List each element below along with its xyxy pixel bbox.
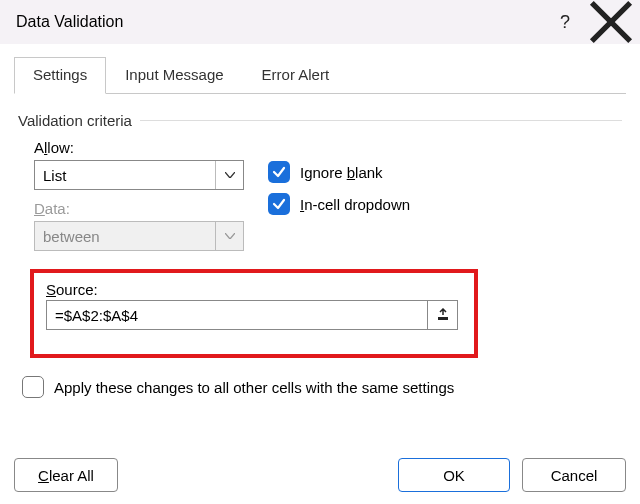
source-label: Source:: [46, 281, 458, 298]
range-selector-icon: [436, 308, 450, 322]
cancel-button[interactable]: Cancel: [522, 458, 626, 492]
validation-criteria-heading: Validation criteria: [18, 112, 622, 129]
data-label: Data:: [34, 200, 248, 217]
tab-settings[interactable]: Settings: [14, 57, 106, 94]
tab-input-message[interactable]: Input Message: [106, 57, 242, 94]
in-cell-dropdown-label: In-cell dropdown: [300, 196, 410, 213]
chevron-down-icon: [215, 222, 243, 250]
chevron-down-icon: [215, 161, 243, 189]
allow-combo[interactable]: List: [34, 160, 244, 190]
titlebar: Data Validation ?: [0, 0, 640, 44]
dialog-footer: Clear All OK Cancel: [14, 458, 626, 492]
checkbox-empty-icon: [22, 376, 44, 398]
allow-label: Allow:: [34, 139, 248, 156]
close-button[interactable]: [588, 0, 634, 44]
tab-error-alert[interactable]: Error Alert: [243, 57, 349, 94]
apply-to-all-checkbox[interactable]: Apply these changes to all other cells w…: [18, 376, 622, 398]
check-icon: [268, 193, 290, 215]
data-combo: between: [34, 221, 244, 251]
check-icon: [268, 161, 290, 183]
apply-to-all-label: Apply these changes to all other cells w…: [54, 379, 454, 396]
dialog-title: Data Validation: [16, 13, 542, 31]
ok-button[interactable]: OK: [398, 458, 510, 492]
clear-all-button[interactable]: Clear All: [14, 458, 118, 492]
collapse-dialog-button[interactable]: [428, 300, 458, 330]
source-input[interactable]: [46, 300, 428, 330]
allow-value: List: [35, 167, 215, 184]
ignore-blank-checkbox[interactable]: Ignore blank: [268, 161, 410, 183]
source-highlight: Source:: [30, 269, 478, 358]
help-button[interactable]: ?: [542, 0, 588, 44]
ignore-blank-label: Ignore blank: [300, 164, 383, 181]
data-value: between: [35, 228, 215, 245]
tab-bar: Settings Input Message Error Alert: [14, 56, 626, 94]
close-icon: [588, 0, 634, 45]
in-cell-dropdown-checkbox[interactable]: In-cell dropdown: [268, 193, 410, 215]
svg-rect-0: [438, 317, 448, 320]
